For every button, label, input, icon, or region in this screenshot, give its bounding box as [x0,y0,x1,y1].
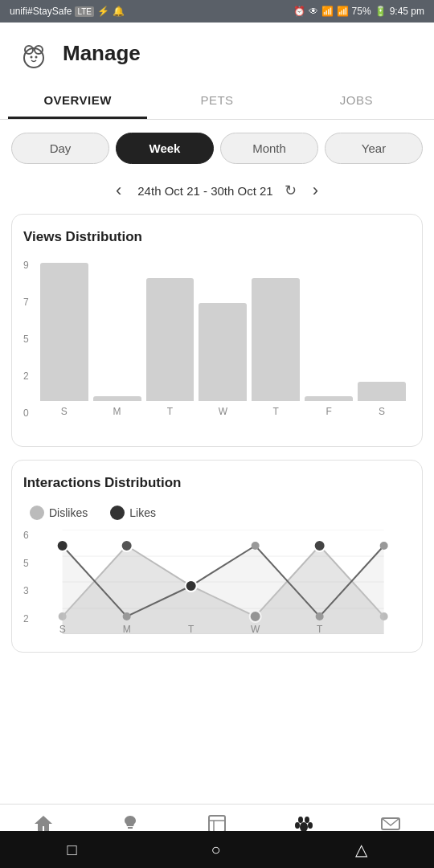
period-selector: Day Week Month Year [0,120,434,177]
like-label: Likes [129,506,156,519]
app-logo [16,35,51,71]
bar [40,263,88,401]
bar [305,396,353,401]
bar-column-W: W [199,260,247,417]
svg-rect-29 [209,816,225,832]
bar-column-S: S [358,260,406,417]
android-back-button[interactable]: △ [355,840,367,859]
line-y-2: 2 [23,613,29,624]
date-range-text: 24th Oct 21 - 30th Oct 21 [137,184,272,198]
period-day[interactable]: Day [11,133,109,164]
svg-text:T: T [317,624,323,634]
svg-point-3 [31,56,33,59]
dislike-label: Dislikes [49,506,88,519]
refresh-button[interactable]: ↻ [285,182,297,199]
line-chart-container: 6 5 3 2 [23,530,411,642]
svg-point-23 [379,542,387,550]
svg-point-12 [121,540,132,551]
y-label-5: 5 [23,334,29,345]
bar-day-label: M [113,406,121,417]
status-left: unifi#StaySafe LTE ⚡ 🔔 [10,6,125,17]
dislike-dot [30,506,44,520]
bar-day-label: F [326,406,332,417]
status-bar: unifi#StaySafe LTE ⚡ 🔔 ⏰ 👁 📶 📶 75% 🔋 9:4… [0,0,434,23]
svg-point-20 [185,580,196,592]
bar [358,382,406,401]
period-week[interactable]: Week [116,133,214,164]
bar-column-M: M [93,260,141,417]
period-month[interactable]: Month [220,133,318,164]
svg-text:S: S [59,624,65,634]
svg-text:M: M [122,624,130,634]
y-label-0: 0 [23,407,29,419]
y-label-9: 9 [23,260,29,271]
notification-icon: 🔔 [113,6,125,17]
wifi-label: unifi#StaySafe [10,6,72,17]
tab-overview[interactable]: OVERVIEW [8,84,147,119]
battery-icon: 🔋 [375,6,387,17]
svg-point-15 [313,540,325,551]
android-recent-button[interactable]: □ [67,841,76,859]
legend-dislikes: Dislikes [30,506,88,520]
interactions-chart-title: Interactions Distribution [23,475,411,491]
tab-jobs[interactable]: JOBS [287,84,426,119]
bar-column-F: F [305,260,353,417]
android-nav-bar: □ ○ △ [0,831,434,868]
line-chart-svg-area: S M T W T [35,530,411,642]
chart-legend: Dislikes Likes [23,506,411,520]
bar-day-label: T [273,406,279,417]
header: Manage [0,23,434,84]
nav-tabs: OVERVIEW PETS JOBS [0,84,434,120]
bar [252,278,300,401]
svg-text:W: W [251,624,260,634]
legend-likes: Likes [110,506,156,520]
line-y-axis: 6 5 3 2 [23,530,35,642]
line-y-5: 5 [23,558,29,569]
line-y-6: 6 [23,530,29,541]
svg-point-34 [295,822,300,829]
interactions-distribution-card: Interactions Distribution Dislikes Likes… [11,460,423,653]
svg-point-21 [251,542,259,550]
interactions-svg: S M T W T [35,530,411,634]
views-chart-title: Views Distribution [23,229,411,245]
bar-chart: 9 7 5 2 0 SMTWTFS [23,260,411,436]
signal-icon: 📶 [337,6,349,17]
svg-point-18 [56,540,68,551]
lte-badge: LTE [75,6,94,17]
like-dot [110,506,125,520]
y-axis: 9 7 5 2 0 [23,260,35,436]
bar-day-label: T [167,406,173,417]
y-label-7: 7 [23,297,29,308]
eye-icon: 👁 [309,6,318,17]
svg-point-4 [35,56,38,59]
bar-day-label: S [379,406,385,417]
tab-pets[interactable]: PETS [147,84,286,119]
page-title: Manage [63,41,141,66]
svg-point-19 [122,612,130,620]
bar [199,303,247,401]
bar [146,278,194,401]
y-label-2: 2 [23,371,29,382]
next-period-button[interactable]: › [308,180,323,201]
usb-icon: ⚡ [97,6,109,17]
status-right: ⏰ 👁 📶 📶 75% 🔋 9:45 pm [293,6,424,17]
svg-point-33 [305,817,309,823]
date-navigator: ‹ 24th Oct 21 - 30th Oct 21 ↻ › [0,177,434,214]
period-year[interactable]: Year [325,133,423,164]
alarm-icon: ⏰ [293,6,305,17]
svg-point-35 [308,822,313,829]
bars-area: SMTWTFS [35,260,411,436]
svg-text:T: T [188,624,194,634]
bars-row: SMTWTFS [35,260,411,417]
battery-text: 75% [352,6,371,17]
bar-column-S: S [40,260,88,417]
android-home-button[interactable]: ○ [211,841,221,859]
bar-day-label: S [61,406,68,417]
time-display: 9:45 pm [390,6,424,17]
svg-point-32 [298,817,303,823]
line-y-3: 3 [23,585,29,596]
bar [93,396,141,401]
svg-point-22 [315,612,323,620]
prev-period-button[interactable]: ‹ [111,180,126,201]
bar-column-T: T [252,260,300,417]
